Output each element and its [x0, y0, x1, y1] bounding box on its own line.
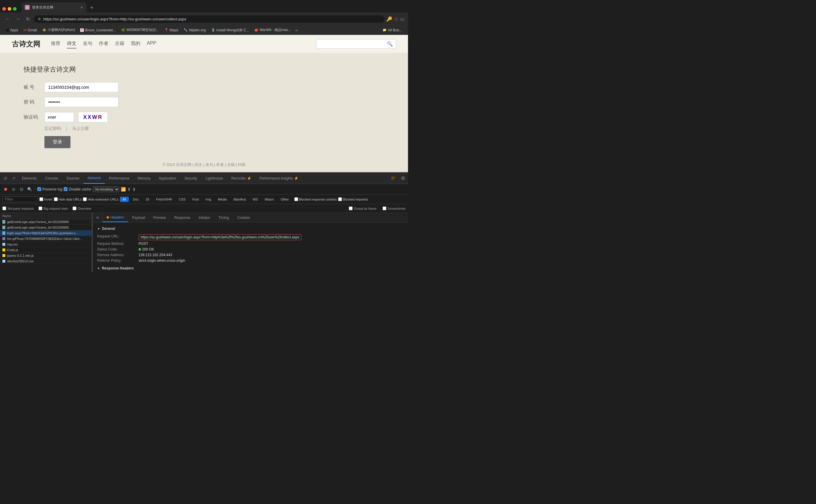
hide-ext-urls-checkbox[interactable] [83, 197, 87, 201]
detail-close-button[interactable]: × [93, 213, 102, 222]
detail-tab-payload[interactable]: Payload [128, 213, 149, 222]
big-rows-checkbox[interactable] [38, 206, 42, 210]
nav-books[interactable]: 古籍 [115, 39, 124, 49]
bookmarks-more-btn[interactable]: » [294, 28, 299, 33]
record-button[interactable] [2, 186, 9, 193]
big-rows-label[interactable]: Big request rows [38, 206, 68, 210]
invert-checkbox-label[interactable]: Invert [39, 197, 52, 201]
maximize-traffic-light[interactable] [13, 7, 17, 11]
request-item-5[interactable]: Code.js [0, 247, 91, 253]
bookmark-ms[interactable]: 🌿 MS08067网安知识... [119, 27, 161, 33]
filter-chip-all[interactable]: All [120, 197, 129, 202]
close-traffic-light[interactable] [2, 7, 6, 11]
filter-chip-wasm[interactable]: Wasm [262, 197, 277, 202]
bookmark-bee[interactable]: 🐝 小蜜蜂AI(Python) [40, 27, 78, 33]
request-item-1[interactable]: getEventLogin.aspx?scene_id=201030689 [0, 225, 91, 230]
bookmark-allbooks[interactable]: 📁 All Boo... [380, 28, 404, 33]
tab-memory[interactable]: Memory [133, 173, 154, 184]
invert-checkbox[interactable] [39, 197, 43, 201]
filter-chip-manifest[interactable]: Manifest [231, 197, 249, 202]
tab-console[interactable]: Console [41, 173, 62, 184]
detail-tab-timing[interactable]: Timing [215, 213, 233, 222]
filter-chip-font[interactable]: Font [190, 197, 201, 202]
bookmark-bruce[interactable]: C Bruce_Liuxiaowei... [78, 28, 118, 33]
detail-tab-headers[interactable]: Headers [102, 213, 128, 222]
bookmark-mongo[interactable]: 🍃 Install MongoDB C... [209, 28, 252, 33]
tab-application[interactable]: Application [154, 173, 180, 184]
search-input[interactable] [320, 42, 385, 46]
bookmark-gmail[interactable]: M Gmail [21, 28, 39, 33]
minimize-traffic-light[interactable] [8, 7, 11, 11]
bookmark-icon[interactable]: ☆ [394, 16, 398, 22]
login-button[interactable]: 登录 [44, 136, 70, 148]
request-url-value[interactable]: https://so.gushiwen.cn/user/login.aspx?f… [138, 234, 301, 240]
filter-chip-css[interactable]: CSS [176, 197, 188, 202]
download-icon[interactable]: ⬇ [132, 187, 136, 192]
upload-icon[interactable]: ⬆ [127, 187, 131, 192]
filter-chip-other[interactable]: Other [278, 197, 292, 202]
filter-chip-fetch[interactable]: Fetch/XHR [153, 197, 175, 202]
detail-tab-response[interactable]: Response [170, 213, 194, 222]
nav-mine[interactable]: 我的 [131, 39, 140, 49]
tab-network[interactable]: Network [83, 173, 105, 184]
hide-ext-urls-label[interactable]: Hide extension URLs [83, 197, 118, 201]
captcha-input[interactable] [44, 112, 74, 122]
sidebar-toggle[interactable]: ▭ [400, 16, 404, 22]
tab-security[interactable]: Security [180, 173, 201, 184]
tab-perf-insights[interactable]: Performance insights ⚡ [256, 173, 303, 184]
nav-recommend[interactable]: 推荐 [51, 39, 60, 49]
filter-icon-btn[interactable]: ⊟ [18, 186, 25, 193]
tab-recorder[interactable]: Recorder ⚡ [227, 173, 256, 184]
nav-quotes[interactable]: 名句 [83, 39, 92, 49]
captcha-image[interactable]: XXWR [78, 112, 108, 122]
account-input[interactable] [44, 82, 118, 92]
filter-chip-doc[interactable]: Doc [130, 197, 141, 202]
back-button[interactable]: ← [4, 15, 12, 23]
detail-tab-initiator[interactable]: Initiator [194, 213, 214, 222]
tab-performance[interactable]: Performance [105, 173, 133, 184]
hide-data-urls-label[interactable]: Hide data URLs [54, 197, 82, 201]
preserve-log-checkbox[interactable] [37, 187, 41, 191]
url-bar[interactable]: ⊕ https://so.gushiwen.cn/user/login.aspx… [34, 15, 385, 23]
tab-elements[interactable]: Elements [18, 173, 41, 184]
active-tab[interactable]: 古 登录古诗文网 × [21, 2, 86, 12]
wifi-icon[interactable]: 📶 [121, 187, 126, 192]
request-item-2[interactable]: login.aspx?from=http%3a%2f%2fso.gushiwen… [0, 230, 91, 236]
response-headers-title[interactable]: ▼ Response Headers [97, 265, 404, 272]
screenshots-checkbox[interactable] [383, 206, 386, 210]
overview-checkbox[interactable] [72, 206, 76, 210]
group-by-frame-label[interactable]: Group by frame [349, 206, 376, 210]
devtools-icon-inspect[interactable]: ↗ [9, 174, 18, 182]
overview-label[interactable]: Overview [72, 206, 91, 210]
filter-chip-media[interactable]: Media [215, 197, 230, 202]
devtools-icon-dock[interactable]: ⊡ [1, 174, 9, 182]
request-item-4[interactable]: reg.css [0, 242, 91, 247]
blocked-requests-checkbox[interactable] [338, 197, 342, 201]
hide-data-urls-checkbox[interactable] [54, 197, 58, 201]
group-by-frame-checkbox[interactable] [349, 206, 353, 210]
tab-lighthouse[interactable]: Lighthouse [201, 173, 227, 184]
screenshots-label[interactable]: Screenshots [383, 206, 406, 210]
bookmark-macwk[interactable]: 🍎 MacWk · 精品mac... [252, 27, 294, 33]
request-item-0[interactable]: getEventLogin.aspx?scene_id=201030689 [0, 219, 91, 225]
detail-tab-preview[interactable]: Preview [149, 213, 170, 222]
reload-button[interactable]: ↻ [24, 15, 32, 23]
third-party-label[interactable]: 3rd-party requests [2, 206, 34, 210]
devtools-settings-icon[interactable]: ⚙ [398, 175, 408, 181]
forgot-password-link[interactable]: 忘记密码 [44, 126, 61, 131]
request-item-6[interactable]: jquery-3.2.1.min.js [0, 253, 91, 259]
throttle-select[interactable]: No throttling [93, 186, 119, 192]
filter-input[interactable] [2, 196, 38, 202]
tab-close-icon[interactable]: × [80, 5, 83, 10]
new-tab-button[interactable]: + [88, 4, 96, 12]
key-icon[interactable]: 🔑 [386, 16, 392, 22]
blocked-cookies-label[interactable]: Blocked response cookies [294, 197, 337, 201]
third-party-checkbox[interactable] [2, 206, 6, 210]
bookmark-httpbin[interactable]: 🔧 httpbin.org [181, 28, 208, 33]
general-section-title[interactable]: ▼ General [97, 225, 404, 232]
disable-cache-checkbox[interactable] [64, 187, 67, 191]
request-item-3[interactable]: hm.gif?hca=767D86B650FC8EEE&cc=1&ck=1&cl… [0, 236, 91, 242]
request-item-7[interactable]: skinSo230513.css [0, 259, 91, 264]
detail-tab-cookies[interactable]: Cookies [233, 213, 254, 222]
nav-poetry[interactable]: 诗文 [67, 39, 76, 49]
